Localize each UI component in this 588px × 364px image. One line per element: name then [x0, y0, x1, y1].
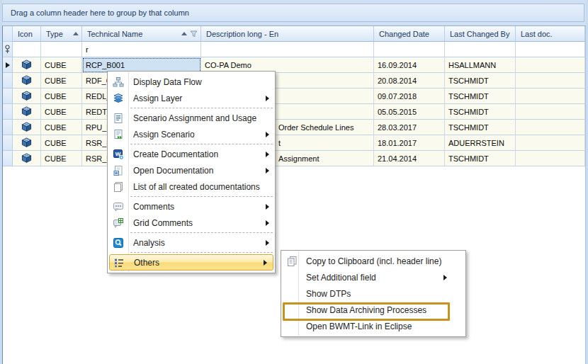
- cell-icon[interactable]: [13, 120, 41, 135]
- cell-changed-date[interactable]: 16.09.2014: [374, 57, 445, 73]
- filter-row: r: [3, 42, 585, 57]
- table-row: CUBE RCP_B001 CO-PA Demo 16.09.2014 HSAL…: [3, 57, 585, 73]
- cell-last-doc[interactable]: [516, 89, 585, 104]
- group-by-panel[interactable]: Drag a column header here to group by th…: [2, 4, 584, 22]
- word-document-create-icon: W: [110, 149, 126, 160]
- cell-last-doc[interactable]: [516, 151, 585, 166]
- layers-icon: [110, 93, 126, 104]
- cell-icon[interactable]: [13, 73, 41, 89]
- cell-last-changed-by[interactable]: HSALLMANN: [445, 57, 516, 73]
- menu-item-comments[interactable]: Comments: [108, 198, 275, 215]
- menu-item-analysis[interactable]: Analysis: [108, 234, 275, 251]
- submenu-item-show-dtps[interactable]: Show DTPs: [281, 285, 465, 302]
- header-indicator-cell: [3, 26, 13, 42]
- cell-last-changed-by[interactable]: TSCHMIDT: [445, 151, 516, 166]
- cell-type[interactable]: CUBE: [41, 73, 82, 89]
- row-indicator-cell: [3, 120, 13, 135]
- cell-last-doc[interactable]: [516, 120, 585, 135]
- cell-last-doc[interactable]: [516, 73, 585, 89]
- cell-last-changed-by[interactable]: TSCHMIDT: [445, 120, 516, 135]
- submenu-arrow-icon: [264, 260, 267, 266]
- filter-cell-type[interactable]: [41, 42, 82, 57]
- menu-separator: [130, 196, 273, 197]
- cell-icon[interactable]: [13, 104, 41, 120]
- comment-bubble-icon: [110, 201, 126, 212]
- column-header-last-changed-by[interactable]: Last Changed By: [445, 26, 516, 42]
- cell-type[interactable]: CUBE: [41, 120, 82, 135]
- menu-item-others[interactable]: Others: [109, 254, 273, 271]
- submenu-arrow-icon: [266, 96, 269, 101]
- cell-last-doc[interactable]: [516, 104, 585, 120]
- column-header-icon[interactable]: Icon: [13, 26, 41, 42]
- submenu-item-copy-to-clipboard[interactable]: Copy to Clipboard (incl. header line): [281, 253, 465, 269]
- current-row-arrow-icon: [6, 62, 10, 68]
- cell-last-changed-by[interactable]: TSCHMIDT: [445, 73, 516, 89]
- filter-cell-last-doc[interactable]: [516, 42, 585, 57]
- cell-icon[interactable]: [13, 57, 41, 73]
- column-header-description[interactable]: Description long - En: [201, 26, 374, 42]
- cell-last-changed-by[interactable]: ADUERRSTEIN: [445, 135, 516, 151]
- menu-item-display-data-flow[interactable]: Display Data Flow: [108, 74, 275, 90]
- row-indicator-cell: [3, 104, 13, 120]
- table-row: CUBE RSR_B Assignment 21.04.2014 TSCHMID…: [3, 151, 585, 166]
- cell-type[interactable]: CUBE: [41, 135, 82, 151]
- data-flow-icon: [110, 76, 126, 88]
- submenu-arrow-icon: [266, 220, 269, 226]
- column-header-technical-name[interactable]: Technical Name: [82, 26, 201, 42]
- menu-separator: [130, 232, 273, 233]
- cell-last-doc[interactable]: [516, 135, 585, 151]
- grid-comment-icon: [110, 217, 126, 229]
- group-by-hint-text: Drag a column header here to group by th…: [11, 8, 189, 17]
- cell-changed-date[interactable]: 18.01.2017: [374, 135, 445, 151]
- table-row: CUBE RDF_C 20.08.2014 TSCHMIDT: [3, 73, 585, 89]
- scenario-document-icon: [110, 113, 126, 124]
- application-window: Drag a column header here to group by th…: [0, 0, 588, 364]
- filter-funnel-icon[interactable]: [190, 30, 198, 38]
- row-indicator-cell: [3, 57, 13, 73]
- cell-changed-date[interactable]: 21.04.2014: [374, 151, 445, 166]
- column-header-type[interactable]: Type: [41, 26, 82, 42]
- cube-icon: [21, 106, 32, 117]
- menu-separator: [130, 108, 273, 108]
- submenu-item-show-data-archiving-processes[interactable]: Show Data Archiving Processes: [281, 302, 465, 318]
- cell-changed-date[interactable]: 28.03.2017: [374, 120, 445, 135]
- submenu-item-open-bwmt-link[interactable]: Open BWMT-Link in Eclipse: [281, 318, 465, 334]
- column-header-changed-date[interactable]: Changed Date: [374, 26, 445, 42]
- submenu-arrow-icon: [266, 240, 269, 246]
- cell-type[interactable]: CUBE: [41, 151, 82, 166]
- filter-cell-icon[interactable]: [13, 42, 41, 57]
- cell-type[interactable]: CUBE: [41, 57, 82, 73]
- cell-icon[interactable]: [13, 151, 41, 166]
- menu-item-open-documentation[interactable]: w Open Documentation: [108, 162, 275, 178]
- cube-icon: [21, 59, 32, 70]
- cell-type[interactable]: CUBE: [41, 89, 82, 104]
- cell-last-changed-by[interactable]: TSCHMIDT: [445, 104, 516, 120]
- cell-changed-date[interactable]: 20.08.2014: [374, 73, 445, 89]
- filter-row-indicator-cell: [3, 42, 13, 57]
- submenu-item-set-additional-field[interactable]: Set Additional field: [281, 269, 465, 285]
- cell-changed-date[interactable]: 05.05.2015: [374, 104, 445, 120]
- copy-clipboard-icon: [283, 256, 300, 267]
- menu-item-assign-scenario[interactable]: Assign Scenario: [108, 126, 275, 142]
- menu-item-create-documentation[interactable]: W Create Documentation: [108, 146, 275, 162]
- submenu-arrow-icon: [443, 275, 447, 280]
- row-indicator-cell: [3, 151, 13, 166]
- cell-changed-date[interactable]: 09.07.2018: [374, 89, 445, 104]
- cell-last-changed-by[interactable]: TSCHMIDT: [445, 89, 516, 104]
- cell-type[interactable]: CUBE: [41, 104, 82, 120]
- cell-last-doc[interactable]: [516, 57, 585, 73]
- submenu-arrow-icon: [266, 152, 269, 157]
- filter-pin-icon: [4, 45, 11, 54]
- column-header-last-doc[interactable]: Last doc.: [516, 26, 585, 42]
- row-indicator-cell: [3, 135, 13, 151]
- filter-cell-description[interactable]: [201, 42, 374, 57]
- menu-item-list-of-documentations[interactable]: List of all created documentations: [108, 178, 275, 195]
- cell-icon[interactable]: [13, 135, 41, 151]
- filter-cell-changed-date[interactable]: [374, 42, 445, 57]
- filter-cell-last-changed-by[interactable]: [445, 42, 516, 57]
- cell-icon[interactable]: [13, 89, 41, 104]
- menu-item-assign-layer[interactable]: Assign Layer: [108, 90, 275, 106]
- menu-item-grid-comments[interactable]: Grid Comments: [108, 215, 275, 231]
- menu-item-scenario-assignment[interactable]: Scenario Assignment and Usage: [108, 110, 275, 126]
- filter-cell-technical-name[interactable]: r: [82, 42, 201, 57]
